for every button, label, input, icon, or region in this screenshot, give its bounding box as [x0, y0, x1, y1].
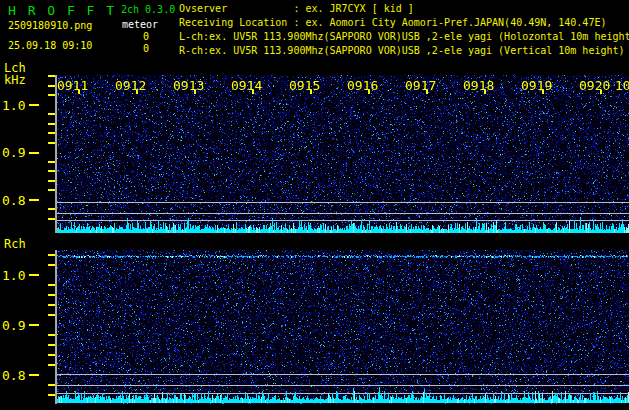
- output-filename: 2509180910.png: [8, 21, 92, 31]
- meteor-count-top: 0: [121, 32, 171, 42]
- lch-freq-minor-tick: [48, 132, 55, 134]
- time-label: 0914: [231, 79, 262, 92]
- app-title: H R O F F T: [8, 4, 116, 17]
- rch-freq-label: 1.0: [2, 269, 25, 282]
- rch-freq-label: 0.8: [2, 369, 25, 382]
- rch-freq-minor-tick: [48, 394, 55, 396]
- lch-freq-minor-tick: [48, 161, 55, 163]
- lch-freq-minor-tick: [48, 189, 55, 191]
- hrofft-window: H R O F F T 2ch 0.3.0 2509180910.png met…: [0, 0, 629, 410]
- mode-label: meteor: [122, 20, 158, 30]
- rch-freq-major-tick: [29, 324, 39, 326]
- time-label-edge-fragment: 10: [615, 79, 629, 92]
- lch-freq-minor-tick: [48, 142, 55, 144]
- lch-freq-major-tick: [29, 104, 39, 106]
- time-label: 0920: [579, 79, 610, 92]
- rch-spectrogram: [57, 250, 629, 404]
- time-label: 0913: [173, 79, 204, 92]
- time-label: 0911: [57, 79, 88, 92]
- rch-freq-minor-tick: [48, 264, 55, 266]
- lch-freq-minor-tick: [48, 218, 55, 220]
- rch-freq-minor-tick: [48, 354, 55, 356]
- rch-freq-minor-tick: [48, 294, 55, 296]
- lch-freq-label: 1.0: [2, 99, 25, 112]
- lch-freq-minor-tick: [48, 85, 55, 87]
- observer-line: Ovserver : ex. JR7CYX [ kid ]: [179, 4, 414, 14]
- channel-version-label: 2ch 0.3.0: [121, 5, 175, 15]
- lch-freq-minor-tick: [48, 208, 55, 210]
- time-label: 0912: [115, 79, 146, 92]
- time-label: 0917: [405, 79, 436, 92]
- date-time-label: 25.09.18 09:10: [8, 41, 92, 51]
- time-minute-tick: [136, 90, 138, 94]
- time-minute-tick: [542, 90, 544, 94]
- rch-freq-minor-tick: [48, 254, 55, 256]
- lch-freq-minor-tick: [48, 113, 55, 115]
- rch-freq-major-tick: [29, 274, 39, 276]
- rch-freq-minor-tick: [48, 364, 55, 366]
- meteor-count-bottom: 0: [121, 44, 171, 54]
- lch-freq-label: 0.8: [2, 194, 25, 207]
- time-minute-tick: [426, 90, 428, 94]
- lch-freq-label: 0.9: [2, 146, 25, 159]
- rch-freq-minor-tick: [48, 284, 55, 286]
- time-label: 0916: [347, 79, 378, 92]
- lch-receiver-line: L-ch:ex. UV5R 113.900Mhz(SAPPORO VOR)USB…: [179, 32, 629, 42]
- time-minute-tick: [484, 90, 486, 94]
- lch-freq-major-tick: [29, 152, 39, 154]
- time-minute-tick: [600, 90, 602, 94]
- rch-freq-minor-tick: [48, 314, 55, 316]
- rch-freq-major-tick: [29, 374, 39, 376]
- rch-freq-minor-tick: [48, 304, 55, 306]
- time-minute-tick: [310, 90, 312, 94]
- time-minute-tick: [252, 90, 254, 94]
- lch-freq-minor-tick: [48, 94, 55, 96]
- lch-freq-minor-tick: [48, 123, 55, 125]
- time-label: 0915: [289, 79, 320, 92]
- rch-freq-minor-tick: [48, 384, 55, 386]
- rch-freq-minor-tick: [48, 334, 55, 336]
- lch-freq-minor-tick: [48, 170, 55, 172]
- lch-freq-minor-tick: [48, 180, 55, 182]
- time-minute-tick: [368, 90, 370, 94]
- time-minute-tick: [78, 90, 80, 94]
- time-label: 0919: [521, 79, 552, 92]
- khz-unit-label: kHz: [4, 74, 26, 86]
- time-label: 0918: [463, 79, 494, 92]
- rch-freq-minor-tick: [48, 344, 55, 346]
- time-minute-tick: [194, 90, 196, 94]
- lch-freq-major-tick: [29, 199, 39, 201]
- lch-spectrogram: [57, 75, 629, 233]
- rch-freq-label: 0.9: [2, 319, 25, 332]
- rch-receiver-line: R-ch:ex. UV5R 113.900Mhz(SAPPORO VOR)USB…: [179, 46, 625, 56]
- lch-freq-minor-tick: [48, 75, 55, 77]
- receiving-location-line: Receiving Location : ex. Aomori City Aom…: [179, 18, 606, 28]
- rch-panel-label: Rch: [4, 238, 26, 250]
